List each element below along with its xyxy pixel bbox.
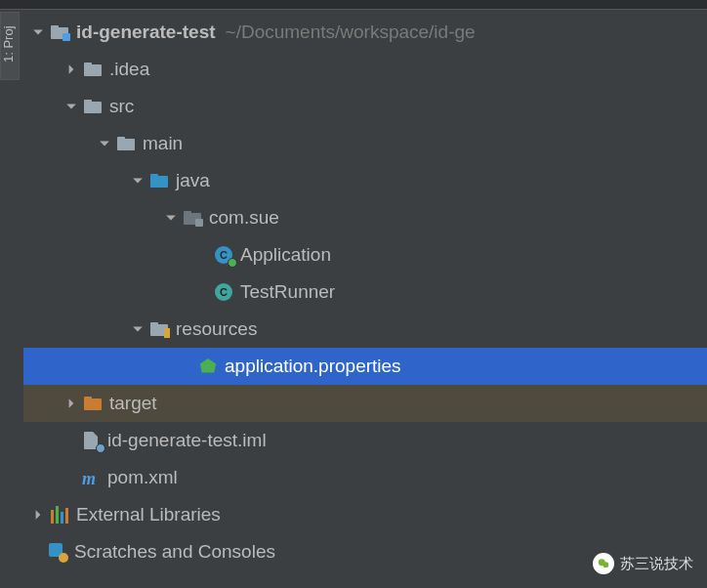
tree-row-src[interactable]: src bbox=[23, 88, 707, 125]
folder-icon bbox=[82, 59, 104, 80]
spring-boot-class-icon: C bbox=[213, 244, 234, 266]
maven-icon: m bbox=[80, 467, 102, 488]
app-properties-label: application.properties bbox=[225, 356, 401, 377]
idea-label: .idea bbox=[109, 59, 149, 80]
tree-row-pom[interactable]: m pom.xml bbox=[23, 459, 707, 496]
root-label: id-generate-test bbox=[76, 21, 216, 43]
tree-row-target[interactable]: target bbox=[23, 385, 707, 422]
scratches-icon bbox=[47, 541, 68, 563]
tree-row-app-properties[interactable]: application.properties bbox=[23, 348, 707, 385]
chevron-down-icon[interactable] bbox=[96, 135, 113, 152]
excluded-folder-icon bbox=[82, 393, 104, 414]
libraries-icon bbox=[49, 504, 70, 525]
project-toolwindow-tab[interactable]: 1: Proj bbox=[0, 12, 20, 80]
src-label: src bbox=[109, 96, 134, 117]
tree-row-resources[interactable]: resources bbox=[23, 311, 707, 348]
top-border bbox=[0, 0, 707, 10]
wechat-icon bbox=[593, 553, 614, 574]
main-label: main bbox=[143, 133, 183, 154]
root-path-hint: ~/Documents/workspace/id-ge bbox=[226, 21, 476, 43]
chevron-down-icon[interactable] bbox=[62, 98, 80, 115]
watermark: 苏三说技术 bbox=[593, 553, 693, 574]
resources-label: resources bbox=[176, 318, 257, 340]
tree-row-package[interactable]: com.sue bbox=[23, 199, 707, 236]
ext-libs-label: External Libraries bbox=[76, 504, 221, 525]
iml-file-icon bbox=[80, 430, 102, 451]
java-label: java bbox=[176, 170, 210, 191]
chevron-down-icon[interactable] bbox=[129, 172, 146, 189]
svg-point-1 bbox=[603, 562, 608, 567]
chevron-down-icon[interactable] bbox=[162, 209, 180, 227]
watermark-text: 苏三说技术 bbox=[620, 555, 693, 573]
chevron-down-icon[interactable] bbox=[29, 23, 47, 41]
tree-row-idea[interactable]: .idea bbox=[23, 51, 707, 88]
chevron-down-icon[interactable] bbox=[129, 320, 146, 338]
chevron-right-icon[interactable] bbox=[62, 395, 80, 412]
source-folder-icon bbox=[148, 170, 170, 191]
resources-folder-icon bbox=[148, 318, 170, 340]
folder-icon bbox=[82, 96, 104, 117]
spring-properties-icon bbox=[197, 356, 219, 377]
scratches-label: Scratches and Consoles bbox=[74, 541, 275, 563]
iml-label: id-generate-test.iml bbox=[107, 430, 267, 451]
chevron-right-icon[interactable] bbox=[62, 61, 80, 78]
tree-row-application[interactable]: C Application bbox=[23, 236, 707, 273]
package-icon bbox=[182, 207, 203, 229]
tree-row-external-libraries[interactable]: External Libraries bbox=[23, 496, 707, 533]
module-folder-icon bbox=[49, 21, 70, 43]
pom-label: pom.xml bbox=[107, 467, 178, 488]
tree-row-java[interactable]: java bbox=[23, 162, 707, 199]
package-label: com.sue bbox=[209, 207, 279, 229]
folder-icon bbox=[115, 133, 137, 154]
application-label: Application bbox=[240, 244, 331, 266]
tree-row-main[interactable]: main bbox=[23, 125, 707, 162]
tree-row-iml[interactable]: id-generate-test.iml bbox=[23, 422, 707, 459]
target-label: target bbox=[109, 393, 157, 414]
project-tree[interactable]: id-generate-test ~/Documents/workspace/i… bbox=[23, 14, 707, 570]
chevron-right-icon[interactable] bbox=[29, 506, 47, 524]
tree-row-testrunner[interactable]: C TestRunner bbox=[23, 273, 707, 311]
class-icon: C bbox=[213, 281, 234, 303]
tree-row-root[interactable]: id-generate-test ~/Documents/workspace/i… bbox=[23, 14, 707, 51]
testrunner-label: TestRunner bbox=[240, 281, 335, 303]
